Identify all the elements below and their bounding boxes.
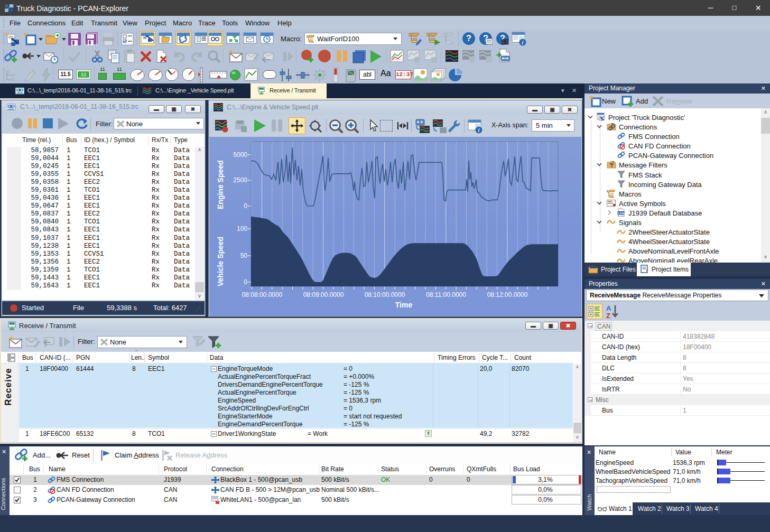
svg-text:08:09:00.0000: 08:09:00.0000 bbox=[303, 291, 344, 298]
svg-text:08:08:00.0000: 08:08:00.0000 bbox=[242, 291, 283, 298]
svg-text:i: i bbox=[522, 40, 524, 45]
svg-text:i: i bbox=[478, 127, 480, 133]
svg-text:Time: Time bbox=[395, 301, 413, 309]
svg-text:5000: 5000 bbox=[233, 151, 247, 158]
svg-text:?: ? bbox=[466, 33, 471, 43]
svg-text:A: A bbox=[606, 304, 611, 312]
svg-text:50: 50 bbox=[240, 252, 248, 259]
svg-text:Engine Speed: Engine Speed bbox=[216, 160, 225, 209]
svg-text:CAN: CAN bbox=[617, 211, 625, 215]
svg-text:0: 0 bbox=[244, 202, 247, 210]
svg-text:100: 100 bbox=[237, 225, 247, 232]
svg-text:0: 0 bbox=[244, 278, 247, 286]
svg-text:08:12:00.0000: 08:12:00.0000 bbox=[487, 291, 528, 298]
svg-text:Vehicle Speed: Vehicle Speed bbox=[216, 237, 225, 286]
svg-text:08:11:00.0000: 08:11:00.0000 bbox=[426, 291, 466, 298]
svg-text:2500: 2500 bbox=[233, 176, 247, 184]
svg-text:08:10:00.0000: 08:10:00.0000 bbox=[365, 291, 405, 298]
svg-text:Z: Z bbox=[606, 312, 610, 319]
